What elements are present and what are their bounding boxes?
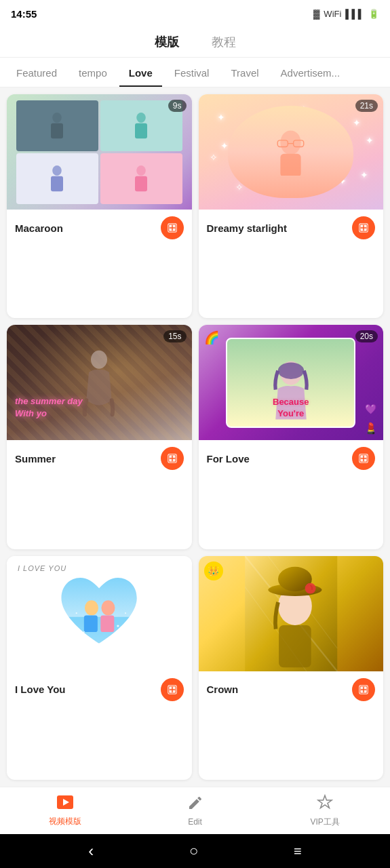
duration-forlove: 20s xyxy=(355,330,378,342)
cat-tab-featured[interactable]: Featured xyxy=(7,64,66,87)
cat-tab-love[interactable]: Love xyxy=(119,64,162,87)
duration-dreamy: 21s xyxy=(355,100,378,112)
macaroon-photo-4 xyxy=(100,153,182,204)
heart-svg xyxy=(33,572,165,654)
svg-point-25 xyxy=(85,601,98,616)
nav-video-templates[interactable]: 视频模版 xyxy=(0,795,130,827)
card-thumb-macaroon: 9s xyxy=(7,94,192,210)
cat-tab-tempo[interactable]: tempo xyxy=(69,64,117,87)
svg-rect-26 xyxy=(84,616,98,632)
edit-btn-dreamy[interactable] xyxy=(352,216,375,239)
svg-rect-44 xyxy=(279,625,311,667)
crown-woman xyxy=(199,556,384,671)
edit-btn-summer[interactable] xyxy=(161,447,184,470)
svg-point-43 xyxy=(305,583,315,593)
status-bar: 14:55 ▓ WiFi ▌▌▌ 🔋 xyxy=(0,0,390,27)
android-back-btn[interactable]: ‹ xyxy=(88,842,94,861)
card-summer[interactable]: the summer day With yo 15s Summer xyxy=(7,325,192,549)
category-tabs: Featured tempo Love Festival Travel Adve… xyxy=(0,58,390,87)
card-title-iloveyou: I Love You xyxy=(15,684,65,695)
macaroon-photo-1 xyxy=(16,100,98,151)
cat-tab-travel[interactable]: Travel xyxy=(221,64,268,87)
edit-btn-macaroon[interactable] xyxy=(161,216,184,239)
lipstick-icon: 💄 xyxy=(364,422,378,435)
svg-point-32 xyxy=(125,613,126,614)
card-thumb-summer: the summer day With yo 15s xyxy=(7,325,192,440)
battery-icon: ▓ xyxy=(313,9,319,19)
svg-point-10 xyxy=(281,130,301,155)
card-title-summer: Summer xyxy=(15,453,56,465)
template-grid: 9s Macaroon xyxy=(0,87,390,787)
card-title-forlove: For Love xyxy=(207,453,250,465)
card-for-love[interactable]: 🌈 Because You're 💜 💄 20s xyxy=(199,325,384,549)
card-crown[interactable]: 👑 xyxy=(199,556,384,780)
card-iloveyou[interactable]: I LOVE YOU xyxy=(7,556,192,780)
edit-btn-forlove[interactable] xyxy=(352,447,375,470)
svg-rect-5 xyxy=(51,176,63,191)
iloveyou-heart-container xyxy=(33,572,165,654)
svg-point-4 xyxy=(52,165,62,176)
nav-label-vip: VIP工具 xyxy=(311,816,340,828)
cat-tab-advertisement[interactable]: Advertisem... xyxy=(271,64,350,87)
svg-point-29 xyxy=(72,624,74,626)
card-thumb-dreamy: ✦ ✧ ✦ ✧ ✦ ✧ ✦ ✦ ✦ 21s xyxy=(199,94,384,210)
android-menu-btn[interactable]: ≡ xyxy=(294,844,302,859)
crown-badge: 👑 xyxy=(204,561,223,580)
summer-text-line1: the summer day xyxy=(15,395,83,408)
forlove-frame: Because You're xyxy=(226,338,355,428)
summer-text-line2: With yo xyxy=(15,408,83,420)
heart-icon: 💜 xyxy=(365,403,376,414)
edit-btn-iloveyou[interactable] xyxy=(161,678,184,701)
card-macaroon[interactable]: 9s Macaroon xyxy=(7,94,192,318)
svg-rect-1 xyxy=(51,123,63,138)
macaroon-photo-3 xyxy=(16,153,98,204)
svg-point-17 xyxy=(91,351,107,369)
forlove-youre: You're xyxy=(273,408,309,420)
svg-point-6 xyxy=(137,165,147,176)
svg-rect-7 xyxy=(135,176,147,191)
android-home-btn[interactable]: ○ xyxy=(189,842,198,860)
card-thumb-forlove: 🌈 Because You're 💜 💄 20s xyxy=(199,325,384,440)
forlove-because-text: Because You're xyxy=(273,397,309,420)
bottom-nav: 视频模版 Edit VIP工具 xyxy=(0,787,390,834)
tab-templates[interactable]: 模版 xyxy=(155,34,179,52)
top-nav: 模版 教程 xyxy=(0,27,390,58)
svg-point-21 xyxy=(278,362,305,379)
card-title-dreamy: Dreamy starlight xyxy=(207,222,287,234)
edit-icon xyxy=(187,795,203,815)
cat-tab-festival[interactable]: Festival xyxy=(165,64,219,87)
card-dreamy-starlight[interactable]: ✦ ✧ ✦ ✧ ✦ ✧ ✦ ✦ ✦ 21s Dreamy starlight xyxy=(199,94,384,318)
card-thumb-crown: 👑 xyxy=(199,556,384,671)
card-info-dreamy: Dreamy starlight xyxy=(199,210,384,246)
nav-label-video-templates: 视频模版 xyxy=(49,816,81,827)
nav-edit[interactable]: Edit xyxy=(130,795,260,827)
summer-text: the summer day With yo xyxy=(15,395,83,420)
svg-point-27 xyxy=(102,601,115,616)
card-title-crown: Crown xyxy=(207,684,239,695)
svg-point-33 xyxy=(76,613,77,614)
signal-icon: ▌▌▌ xyxy=(345,9,364,19)
card-title-macaroon: Macaroon xyxy=(15,222,63,234)
svg-rect-28 xyxy=(100,616,114,632)
svg-rect-11 xyxy=(281,154,301,176)
card-info-forlove: For Love xyxy=(199,440,384,477)
svg-rect-24 xyxy=(54,617,144,655)
summer-silhouette xyxy=(79,345,119,420)
battery-level-icon: 🔋 xyxy=(368,9,379,19)
svg-point-31 xyxy=(117,625,119,627)
card-info-crown: Crown xyxy=(199,671,384,708)
svg-point-30 xyxy=(83,631,85,633)
iloveyou-top-text: I LOVE YOU xyxy=(18,564,66,572)
card-info-macaroon: Macaroon xyxy=(7,210,192,246)
svg-point-2 xyxy=(137,113,147,123)
card-info-iloveyou: I Love You xyxy=(7,671,192,708)
card-thumb-iloveyou: I LOVE YOU xyxy=(7,556,192,671)
edit-btn-crown[interactable] xyxy=(352,678,375,701)
dreamy-face xyxy=(228,106,353,198)
svg-point-0 xyxy=(52,113,62,123)
nav-vip-tools[interactable]: VIP工具 xyxy=(260,794,390,828)
tab-tutorials[interactable]: 教程 xyxy=(212,34,236,52)
status-icons: ▓ WiFi ▌▌▌ 🔋 xyxy=(313,9,379,19)
macaroon-collage xyxy=(16,100,182,204)
duration-macaroon: 9s xyxy=(168,100,187,112)
